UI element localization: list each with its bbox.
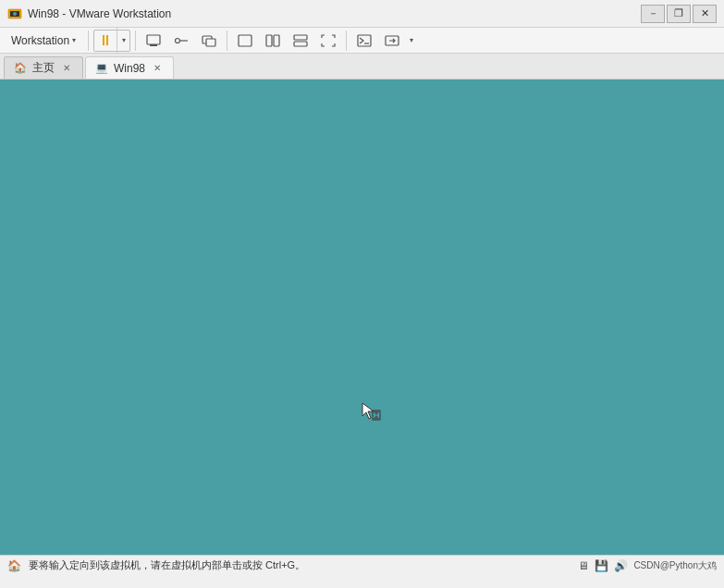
screen-fullscreen[interactable] xyxy=(315,28,341,54)
restore-button[interactable]: ❐ xyxy=(667,5,691,23)
pause-dropdown[interactable]: ▾ xyxy=(117,28,129,54)
tab-home-close[interactable]: ✕ xyxy=(60,62,73,75)
tab-win98[interactable]: 💻 Win98 ✕ xyxy=(85,56,174,79)
pause-btn-group[interactable]: ⏸ ▾ xyxy=(93,30,130,52)
main-content: 🏠 主页 ✕ 💻 Win98 ✕ xyxy=(0,54,724,555)
vm-viewport[interactable] xyxy=(0,80,724,555)
toolbar-separator-2 xyxy=(135,31,136,51)
svg-rect-8 xyxy=(239,35,252,46)
stretch-dropdown[interactable]: ▾ xyxy=(405,28,418,54)
title-bar: Win98 - VMware Workstation － ❐ ✕ xyxy=(0,0,724,28)
tab-win98-label: Win98 xyxy=(114,62,145,75)
tabs-bar: 🏠 主页 ✕ 💻 Win98 ✕ xyxy=(0,54,724,80)
console-button[interactable] xyxy=(351,28,377,54)
tab-home-icon: 🏠 xyxy=(14,62,27,74)
svg-rect-4 xyxy=(150,44,157,46)
svg-rect-12 xyxy=(294,42,307,46)
tab-win98-icon: 💻 xyxy=(95,62,108,74)
status-home-icon: 🏠 xyxy=(7,559,21,572)
window-controls: － ❐ ✕ xyxy=(641,5,717,23)
display-btn-1[interactable] xyxy=(141,28,166,54)
svg-rect-9 xyxy=(266,35,272,46)
window-title: Win98 - VMware Workstation xyxy=(28,7,641,20)
vm-cursor xyxy=(361,401,381,422)
tab-win98-close[interactable]: ✕ xyxy=(151,62,164,75)
tray-audio-icon[interactable]: 🔊 xyxy=(614,559,628,572)
menu-workstation-arrow: ▾ xyxy=(72,36,76,44)
stretch-btn-group: ▾ xyxy=(379,30,418,52)
minimize-button[interactable]: － xyxy=(641,5,665,23)
display-btn-2[interactable] xyxy=(168,28,194,54)
svg-marker-15 xyxy=(362,403,374,419)
screen-split-h[interactable] xyxy=(260,28,286,54)
status-message: 要将输入定向到该虚拟机，请在虚拟机内部单击或按 Ctrl+G。 xyxy=(29,558,305,572)
screen-split-v[interactable] xyxy=(288,28,313,54)
menu-workstation-label: Workstation xyxy=(11,34,69,47)
tab-home[interactable]: 🏠 主页 ✕ xyxy=(4,56,83,79)
tray-usb-icon[interactable]: 💾 xyxy=(595,559,608,572)
close-button[interactable]: ✕ xyxy=(693,5,717,23)
stretch-button[interactable] xyxy=(379,28,405,54)
tab-home-label: 主页 xyxy=(32,60,55,76)
svg-rect-7 xyxy=(206,39,215,46)
svg-rect-11 xyxy=(294,35,307,40)
toolbar-separator-3 xyxy=(227,31,227,51)
toolbar-separator-4 xyxy=(346,31,347,51)
tray-network-icon[interactable]: 🖥 xyxy=(578,559,589,572)
app-icon xyxy=(7,6,22,21)
menu-bar: Workstation ▾ ⏸ ▾ ▾ xyxy=(0,28,724,54)
pause-button[interactable]: ⏸ xyxy=(94,31,117,51)
display-btn-3[interactable] xyxy=(196,28,222,54)
status-bar: 🏠 要将输入定向到该虚拟机，请在虚拟机内部单击或按 Ctrl+G。 🖥 💾 🔊 … xyxy=(0,555,724,575)
svg-point-2 xyxy=(13,12,17,16)
menu-workstation[interactable]: Workstation ▾ xyxy=(4,31,83,50)
svg-rect-3 xyxy=(147,35,160,44)
svg-point-5 xyxy=(176,38,180,43)
status-right: 🖥 💾 🔊 CSDN@Python大鸡 xyxy=(578,559,717,572)
status-right-text: CSDN@Python大鸡 xyxy=(633,559,717,572)
svg-rect-10 xyxy=(274,35,279,46)
screen-single[interactable] xyxy=(232,28,258,54)
toolbar-separator-1 xyxy=(88,31,89,51)
